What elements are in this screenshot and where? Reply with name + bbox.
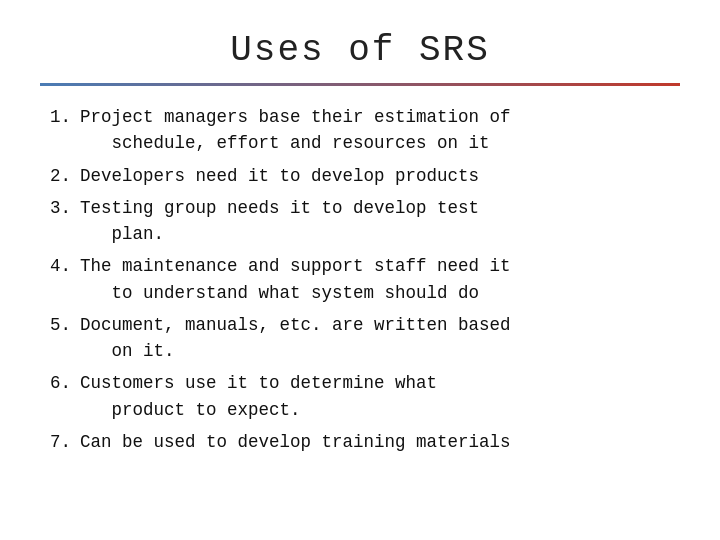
list-item: 5.Document, manuals, etc. are written ba…: [50, 312, 670, 365]
list-item: 4.The maintenance and support staff need…: [50, 253, 670, 306]
item-text: Developers need it to develop products: [80, 163, 479, 189]
list-item: 1.Project managers base their estimation…: [50, 104, 670, 157]
item-number: 2.: [50, 163, 80, 189]
item-number: 7.: [50, 429, 80, 455]
content-area: 1.Project managers base their estimation…: [40, 104, 680, 520]
title-area: Uses of SRS: [40, 30, 680, 83]
item-number: 1.: [50, 104, 80, 130]
item-text: Can be used to develop training material…: [80, 429, 511, 455]
list-item: 7.Can be used to develop training materi…: [50, 429, 670, 455]
item-text: Customers use it to determine what produ…: [80, 370, 437, 423]
item-text: Document, manuals, etc. are written base…: [80, 312, 511, 365]
item-text: Testing group needs it to develop test p…: [80, 195, 479, 248]
slide-title: Uses of SRS: [40, 30, 680, 71]
list-item: 3.Testing group needs it to develop test…: [50, 195, 670, 248]
item-text: Project managers base their estimation o…: [80, 104, 511, 157]
list-item: 6.Customers use it to determine what pro…: [50, 370, 670, 423]
list-item: 2.Developers need it to develop products: [50, 163, 670, 189]
slide: Uses of SRS 1.Project managers base thei…: [0, 0, 720, 540]
item-text: The maintenance and support staff need i…: [80, 253, 511, 306]
item-number: 6.: [50, 370, 80, 396]
item-number: 5.: [50, 312, 80, 338]
item-number: 3.: [50, 195, 80, 221]
item-number: 4.: [50, 253, 80, 279]
title-divider: [40, 83, 680, 86]
